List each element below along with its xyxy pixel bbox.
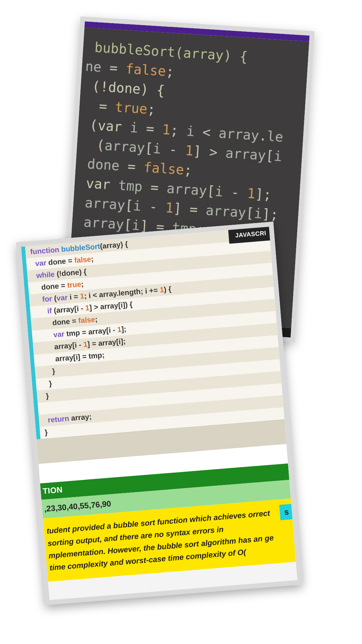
light-editor-card: JAVASCRI function bubbleSort(array) { va… (16, 222, 303, 605)
feedback-side-tag[interactable]: s (279, 504, 294, 520)
code-text: ne (85, 58, 102, 75)
code-text: array (75, 214, 124, 232)
code-text: array (76, 194, 126, 213)
code-text: ( (80, 136, 105, 153)
code-text: = (82, 97, 108, 114)
code-block: JAVASCRI function bubbleSort(array) { va… (21, 227, 285, 439)
code-text: ( (81, 117, 98, 133)
feedback-text: tudent provided a bubble sort function w… (46, 509, 274, 573)
code-text: var (77, 175, 111, 193)
code-text: (!done) { (84, 78, 165, 98)
code-text: done (79, 156, 120, 173)
